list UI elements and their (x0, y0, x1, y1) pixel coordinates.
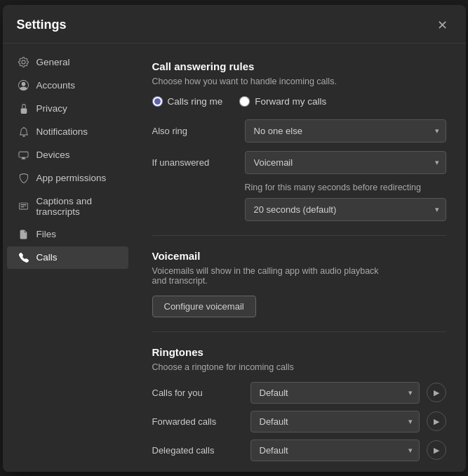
modal-header: Settings ✕ (3, 5, 466, 44)
sidebar-item-accounts-label: Accounts (36, 80, 76, 91)
call-answering-title: Call answering rules (152, 60, 446, 72)
ringtone-row-forwarded-calls: Forwarded calls Default Chime Classic Ec… (152, 411, 446, 432)
sidebar-item-notifications[interactable]: Notifications (7, 121, 128, 143)
if-unanswered-select-wrapper: Voicemail New number or contact ▾ (245, 151, 446, 174)
sidebar-item-calls[interactable]: Calls (7, 246, 128, 269)
ringtone-select-calls-for-you[interactable]: Default Chime Classic Echo Pinball Rippl… (250, 382, 420, 404)
ringtone-label-delegated-calls: Delegated calls (152, 445, 243, 456)
ringtones-title: Ringtones (152, 346, 446, 358)
ringtone-select-wrap-delegated-calls: Default Chime Classic Echo Pinball Rippl… (250, 439, 420, 461)
also-ring-select-wrapper: No one else New number or contact My dev… (245, 119, 446, 143)
sidebar-item-files[interactable]: Files (7, 223, 128, 246)
sidebar-item-privacy-label: Privacy (36, 103, 67, 114)
ringtones-desc: Choose a ringtone for incoming calls (152, 362, 446, 372)
bell-icon (18, 126, 29, 138)
sidebar-item-app-permissions[interactable]: App permissions (7, 167, 128, 190)
redirect-section: Ring for this many seconds before redire… (245, 183, 446, 221)
sidebar-item-app-permissions-label: App permissions (36, 173, 107, 183)
call-option-group: Calls ring me Forward my calls (152, 96, 446, 107)
call-answering-desc: Choose how you want to handle incoming c… (152, 77, 446, 86)
if-unanswered-select[interactable]: Voicemail New number or contact (245, 151, 446, 174)
modal-body: General Accounts Privacy N (3, 44, 466, 472)
forward-calls-option[interactable]: Forward my calls (239, 96, 326, 107)
sidebar-item-devices-label: Devices (36, 150, 70, 160)
configure-voicemail-button[interactable]: Configure voicemail (152, 296, 256, 317)
sidebar-item-calls-label: Calls (36, 252, 58, 263)
ringtone-row-calls-for-you: Calls for you Default Chime Classic Echo… (152, 382, 446, 404)
forward-calls-radio[interactable] (239, 96, 250, 107)
ringtone-label-forwarded-calls: Forwarded calls (152, 416, 243, 427)
sidebar-item-accounts[interactable]: Accounts (7, 74, 128, 97)
play-icon-2: ▶ (434, 417, 439, 426)
play-icon: ▶ (434, 388, 439, 397)
ringtone-label-calls-for-you: Calls for you (152, 388, 243, 398)
caption-icon (18, 201, 29, 212)
also-ring-select[interactable]: No one else New number or contact My dev… (245, 119, 446, 143)
call-answering-section: Call answering rules Choose how you want… (152, 60, 446, 221)
ringtone-select-wrap-calls-for-you: Default Chime Classic Echo Pinball Rippl… (250, 382, 420, 404)
phone-icon (18, 252, 29, 263)
ringtones-section: Ringtones Choose a ringtone for incoming… (152, 346, 446, 461)
sidebar-item-general-label: General (36, 57, 70, 67)
gear-icon (18, 57, 29, 68)
play-icon-3: ▶ (434, 446, 439, 455)
voicemail-desc: Voicemails will show in the calling app … (152, 266, 391, 286)
calls-ring-me-radio[interactable] (152, 96, 163, 107)
redirect-select[interactable]: 5 seconds 10 seconds 15 seconds 20 secon… (245, 198, 446, 221)
play-button-delegated-calls[interactable]: ▶ (427, 440, 446, 460)
ringtone-select-wrap-forwarded-calls: Default Chime Classic Echo Pinball Rippl… (250, 411, 420, 432)
redirect-label: Ring for this many seconds before redire… (245, 183, 446, 192)
sidebar-item-captions-label: Captions and transcripts (36, 196, 117, 217)
file-icon (18, 229, 29, 240)
redirect-select-wrapper: 5 seconds 10 seconds 15 seconds 20 secon… (245, 198, 446, 221)
sidebar-item-devices[interactable]: Devices (7, 144, 128, 166)
divider-1 (152, 235, 446, 236)
sidebar-item-captions[interactable]: Captions and transcripts (7, 190, 128, 223)
ringtone-select-delegated-calls[interactable]: Default Chime Classic Echo Pinball Rippl… (250, 439, 420, 461)
sidebar-item-general[interactable]: General (7, 51, 128, 74)
if-unanswered-label: If unanswered (152, 157, 236, 168)
if-unanswered-row: If unanswered Voicemail New number or co… (152, 151, 446, 174)
play-button-forwarded-calls[interactable]: ▶ (427, 411, 446, 431)
ringtone-select-forwarded-calls[interactable]: Default Chime Classic Echo Pinball Rippl… (250, 411, 420, 432)
main-content: Call answering rules Choose how you want… (133, 44, 466, 472)
shield-icon (18, 173, 29, 184)
also-ring-label: Also ring (152, 126, 236, 136)
sidebar-item-notifications-label: Notifications (36, 126, 88, 137)
ringtone-row-delegated-calls: Delegated calls Default Chime Classic Ec… (152, 439, 446, 461)
sidebar: General Accounts Privacy N (3, 44, 133, 472)
sidebar-item-files-label: Files (36, 229, 57, 239)
calls-ring-me-label: Calls ring me (168, 96, 223, 107)
voicemail-title: Voicemail (152, 250, 446, 262)
voicemail-section: Voicemail Voicemails will show in the ca… (152, 250, 446, 317)
close-button[interactable]: ✕ (433, 15, 452, 36)
settings-modal: Settings ✕ General Accounts (3, 5, 466, 472)
calls-ring-me-option[interactable]: Calls ring me (152, 96, 223, 107)
lock-icon (18, 103, 29, 114)
also-ring-row: Also ring No one else New number or cont… (152, 119, 446, 143)
play-button-calls-for-you[interactable]: ▶ (427, 383, 446, 402)
forward-calls-label: Forward my calls (255, 96, 326, 107)
modal-title: Settings (17, 18, 67, 32)
close-icon: ✕ (437, 18, 448, 33)
person-circle-icon (18, 80, 29, 91)
monitor-icon (18, 150, 29, 161)
divider-2 (152, 331, 446, 332)
sidebar-item-privacy[interactable]: Privacy (7, 98, 128, 120)
